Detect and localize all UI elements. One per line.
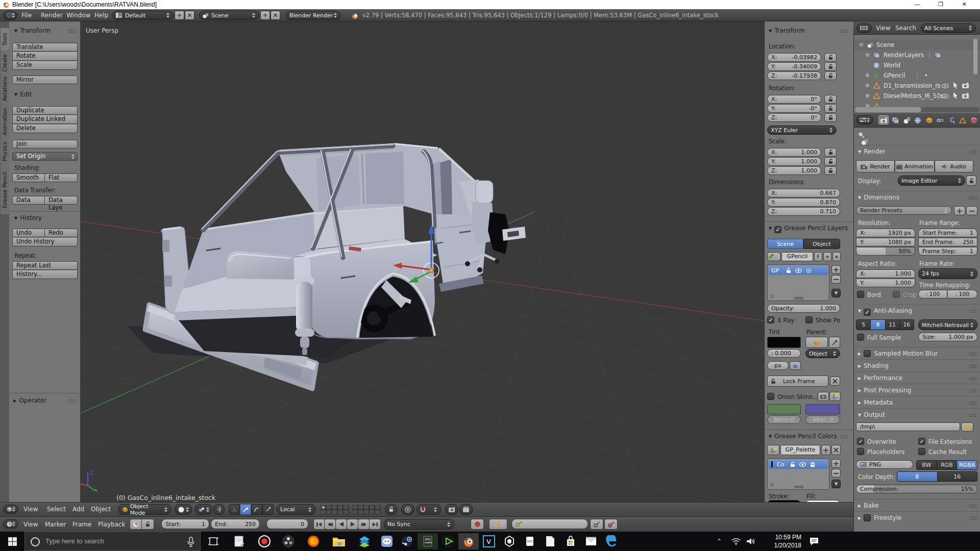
format-dropdown[interactable]: PNG <box>856 460 913 469</box>
loc-y-field[interactable]: Y:-0.34009 <box>767 62 821 71</box>
outliner-row-renderlayers[interactable]: ⊕ RenderLayers | <box>854 50 980 60</box>
gp-layer-remove-button[interactable]: − <box>831 275 841 284</box>
outliner-row-partial[interactable]: ⊕ <box>854 101 980 107</box>
duplicate-button[interactable]: Duplicate <box>12 106 78 115</box>
render-panel-header[interactable]: ▼Render <box>854 145 980 157</box>
start-button[interactable] <box>2 533 22 549</box>
gp-color-list[interactable]: Co ⊕ <box>767 458 829 490</box>
gp-layer-menu-button[interactable]: ▼ <box>831 289 841 297</box>
smb-panel-header[interactable]: ▶Sampled Motion Blur <box>854 347 980 359</box>
tab-modifiers[interactable] <box>948 117 955 124</box>
expand-icon[interactable]: ⊕ <box>770 482 774 488</box>
gp-colors-header[interactable]: ▼Grease Pencil Colors <box>769 433 837 440</box>
aa-16-button[interactable]: 16 <box>900 319 914 330</box>
resize-handle[interactable] <box>794 486 803 487</box>
cache-checkbox[interactable] <box>918 448 925 455</box>
record-button[interactable] <box>471 519 484 530</box>
gp-layer-add-button[interactable]: + <box>831 265 841 274</box>
tab-world[interactable] <box>914 117 922 124</box>
tint-factor-field[interactable]: : 0.000 <box>767 349 801 358</box>
rot-y-field[interactable]: Y:-0° <box>767 104 821 113</box>
loc-z-field[interactable]: Z:-0.17938 <box>767 71 821 80</box>
outliner-row-scene[interactable]: ⊖ Scene <box>854 40 980 50</box>
panel-operator-header[interactable]: ▶Operator <box>13 397 46 404</box>
palette-unlink-button[interactable]: ✕ <box>831 445 841 455</box>
timeline-view-menu[interactable]: View <box>23 521 38 528</box>
restore-button[interactable]: ❐ <box>933 0 948 9</box>
outliner-row-gpencil[interactable]: ⊕ GPencil | • <box>854 70 980 81</box>
epic-icon[interactable]: EPICGAMES <box>418 533 438 549</box>
gp-object-toggle[interactable]: Object <box>803 239 840 249</box>
fps-dropdown[interactable]: 24 fps <box>918 268 977 279</box>
truck-model[interactable] <box>128 144 526 389</box>
menu-window[interactable]: Window <box>66 9 90 21</box>
outliner-row-dieselmotors[interactable]: ⊕ DieselMotors_I6_50s | <box>854 91 980 101</box>
timeline-playback-menu[interactable]: Playback <box>98 521 126 528</box>
onion-before-field[interactable]: Befor:0 <box>767 415 801 424</box>
translate-manipulator-button[interactable] <box>240 504 251 515</box>
editor-type-button[interactable]: ⓘ <box>3 11 17 20</box>
render-button[interactable]: Render <box>856 160 895 172</box>
expand-icon[interactable]: ⊕ <box>770 293 774 299</box>
ghost-icon[interactable] <box>810 462 815 467</box>
action-center-icon[interactable] <box>805 533 823 549</box>
select-menu[interactable]: Select <box>47 506 66 513</box>
firefox-icon[interactable] <box>303 533 324 549</box>
palette-add-button[interactable]: + <box>821 445 830 455</box>
tab-constraints[interactable] <box>937 117 944 124</box>
bake-panel-header[interactable]: ▶Bake <box>854 499 980 511</box>
data-layout-button[interactable]: Data Layo <box>45 196 78 205</box>
rot-z-field[interactable]: Z:0° <box>767 113 821 122</box>
gp-unlink-button[interactable]: ✕ <box>832 252 841 261</box>
viewport-canvas[interactable]: X Z User Persp (0) GasCo_inline6_intake_… <box>81 21 764 502</box>
vegas-icon[interactable]: V <box>479 533 499 549</box>
target-icon[interactable] <box>806 268 812 273</box>
eye-icon[interactable] <box>942 84 949 88</box>
loc-z-lock[interactable] <box>824 71 837 80</box>
menu-render[interactable]: Render <box>41 9 63 21</box>
border-checkbox[interactable] <box>857 291 864 298</box>
panel-drag-dots[interactable] <box>840 29 848 33</box>
render-presets-dropdown[interactable]: Render Presets <box>856 206 952 215</box>
file-ext-checkbox[interactable]: ✓ <box>918 438 925 445</box>
onion-camera-button[interactable] <box>818 392 829 401</box>
explorer-icon[interactable] <box>329 533 349 549</box>
panel-transform-header[interactable]: ▼Transform <box>14 27 51 34</box>
gp-add-button[interactable]: + <box>823 252 831 261</box>
aa-filter-dropdown[interactable]: Mitchell-Netravali <box>918 319 977 330</box>
rgba-button[interactable]: RGBA <box>957 460 977 470</box>
scale-z-lock[interactable] <box>824 166 837 175</box>
full-sample-checkbox[interactable] <box>857 334 864 341</box>
parent-object-button[interactable] <box>805 337 828 348</box>
panel-edit-header[interactable]: ▼Edit <box>14 91 32 98</box>
manipulator-center[interactable] <box>429 268 434 273</box>
start-frame-field[interactable]: Start Frame:1 <box>918 229 977 237</box>
gp-layer-row[interactable]: GP <box>769 266 828 275</box>
timeline-marker-menu[interactable]: Marker <box>45 521 66 528</box>
mail-icon[interactable] <box>581 533 601 549</box>
set-origin-menu[interactable]: Set Origin <box>12 152 78 161</box>
undo-history-button[interactable]: Undo History <box>12 238 78 246</box>
gp-layers-header[interactable]: ▼✓Grease Pencil Layers <box>769 224 848 233</box>
end-field[interactable]: End:250 <box>211 519 260 529</box>
add-scene-button[interactable]: + <box>260 11 270 20</box>
preset-remove-button[interactable]: − <box>966 206 977 215</box>
timeline-editor-button[interactable] <box>3 519 18 529</box>
tab-relations[interactable]: Relations <box>1 71 9 106</box>
shading-panel-header[interactable]: ▶Shading <box>854 359 980 371</box>
mic-icon[interactable] <box>187 537 194 547</box>
scale-button[interactable]: Scale <box>12 61 78 70</box>
preset-add-button[interactable]: + <box>954 206 965 215</box>
eye-icon[interactable] <box>942 94 949 98</box>
audio-button[interactable]: Audio <box>935 160 973 172</box>
eye-icon[interactable] <box>795 268 802 273</box>
lock-to-scene-button[interactable] <box>385 504 397 515</box>
pivot-dropdown[interactable] <box>195 504 212 515</box>
mirror-button[interactable]: Mirror <box>12 76 78 84</box>
tint-color-swatch[interactable] <box>767 337 801 348</box>
end-frame-field[interactable]: End Frame:250 <box>918 238 977 246</box>
dim-x-field[interactable]: X:0.667 <box>767 189 840 197</box>
outliner-hscrollbar[interactable] <box>855 107 979 112</box>
remove-scene-button[interactable]: ✕ <box>271 11 280 20</box>
proportional-edit-button[interactable] <box>401 504 414 515</box>
